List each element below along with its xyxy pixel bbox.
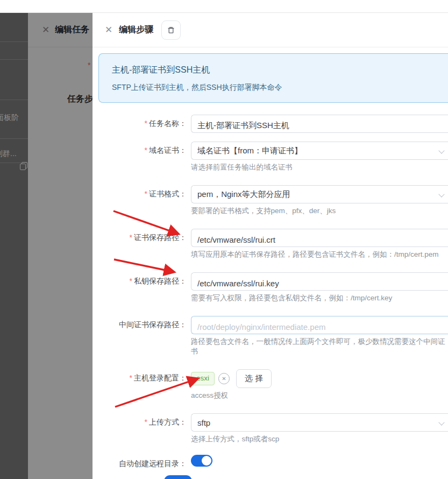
modal-dim-overlay [28,13,93,479]
access-tag-esxi[interactable]: esxi [191,372,215,385]
field-help: access授权 [191,391,448,400]
background-text-fragment: 面板阶 [0,113,19,123]
toggle-knob [202,456,211,466]
edit-step-title: 编辑步骤 [119,24,153,36]
submit-button-partial[interactable] [164,475,192,479]
field-label: *证书格式： [93,185,191,216]
drawer-body: 主机-部署证书到SSH主机 SFTP上传证书到主机，然后SSH执行部署脚本命令 … [93,47,448,469]
form-row-key-path: *私钥保存路径： 需要有写入权限，路径要包含私钥文件名，例如：/tmp/cert… [93,272,448,303]
upload-method-select[interactable]: sftp [191,413,448,432]
close-icon[interactable]: ✕ [105,25,112,34]
required-asterisk: * [145,189,147,198]
divider [0,138,28,139]
divider [0,41,28,42]
form-row-cert-format: *证书格式： pem，Nginx等大部分应用 要部署的证书格式，支持pem、pf… [93,185,448,216]
form-row-host-access: *主机登录配置： esxi ✕ 选 择 access授权 [93,369,448,400]
task-name-input[interactable] [191,115,448,133]
divider [0,100,28,100]
delete-step-button[interactable] [161,20,181,40]
form-row-domain-cert: *域名证书： 域名证书【from：申请证书】 请选择前置任务输出的域名证书 [93,142,448,172]
form-row-cert-path: *证书保存路径： 填写应用原本的证书保存路径，路径要包含证书文件名，例如：/tm… [93,229,448,259]
choose-access-button[interactable]: 选 择 [236,369,272,388]
key-path-input[interactable] [191,272,448,291]
auto-mkdir-toggle-on[interactable] [191,455,212,467]
trash-icon [167,26,175,34]
copy-icon [22,162,27,168]
field-label: 中间证书保存路径： [93,316,191,356]
drawer-footer [93,469,448,479]
base-page-remnant: 面板阶 到群... [0,13,28,479]
required-asterisk: * [145,418,147,426]
field-label: *私钥保存路径： [93,272,191,303]
select-value: sftp [197,418,210,427]
edit-task-drawer: ✕ 编辑任务 * 任务步骤： [28,13,93,479]
field-help: 路径要包含文件名，一般情况传上面两个文件即可，极少数情况需要这个中间证书 [191,337,448,356]
cert-path-input[interactable] [191,229,448,247]
edit-step-header: ✕ 编辑步骤 [93,13,448,47]
field-label: *任务名称： [93,115,191,133]
divider [0,59,28,60]
background-text-fragment: 到群... [0,149,17,159]
select-value: pem，Nginx等大部分应用 [197,189,290,200]
required-asterisk: * [130,277,132,285]
plugin-description: SFTP上传证书到主机，然后SSH执行部署脚本命令 [112,83,443,93]
form-row-intermediate-cert-path: 中间证书保存路径： 路径要包含文件名，一般情况传上面两个文件即可，极少数情况需要… [93,316,448,356]
field-help: 选择上传方式，sftp或者scp [191,434,448,444]
required-asterisk: * [145,119,147,128]
field-help: 请选择前置任务输出的域名证书 [191,163,448,172]
field-label: *域名证书： [93,142,191,172]
field-label: *主机登录配置： [93,369,191,400]
domain-cert-select[interactable]: 域名证书【from：申请证书】 [191,142,448,160]
plugin-info-box: 主机-部署证书到SSH主机 SFTP上传证书到主机，然后SSH执行部署脚本命令 [98,53,448,103]
field-label: *证书保存路径： [93,229,191,259]
required-asterisk: * [130,233,132,242]
field-help: 需要有写入权限，路径要包含私钥文件名，例如：/tmp/cert.key [191,293,448,303]
plugin-title: 主机-部署证书到SSH主机 [112,65,443,76]
chevron-down-icon [438,419,444,425]
form-row-task-name: *任务名称： [93,115,448,133]
chevron-down-icon [438,191,444,197]
field-label: 自动创建远程目录： [93,455,191,469]
field-label: *上传方式： [93,413,191,444]
step-form: *任务名称： *域名证书： 域名证书【from：申请证书】 请选择前置任务输出的… [93,115,448,469]
select-value: 域名证书【from：申请证书】 [197,146,302,156]
form-row-upload-method: *上传方式： sftp 选择上传方式，sftp或者scp [93,413,448,444]
field-help: 要部署的证书格式，支持pem、pfx、der、jks [191,206,448,216]
field-help: 填写应用原本的证书保存路径，路径要包含证书文件名，例如：/tmp/cert.pe… [191,250,448,259]
screen: 面板阶 到群... ✕ 编辑任务 * 任务步骤： ✕ 编辑步骤 [0,0,448,479]
intermediate-cert-path-input[interactable] [191,316,448,334]
required-asterisk: * [130,374,132,382]
required-asterisk: * [145,146,147,154]
form-row-auto-mkdir: 自动创建远程目录： 是否自动创建远程目录,如果关闭则你需要自己确保远程目录存在 [93,455,448,469]
top-white-strip [0,0,448,13]
cert-format-select[interactable]: pem，Nginx等大部分应用 [191,185,448,203]
chevron-down-icon [438,147,444,153]
remove-access-icon[interactable]: ✕ [218,373,230,384]
edit-step-drawer: ✕ 编辑步骤 主机-部署证书到SSH主机 SFTP上传证书到主机，然后SSH执行… [93,13,448,479]
